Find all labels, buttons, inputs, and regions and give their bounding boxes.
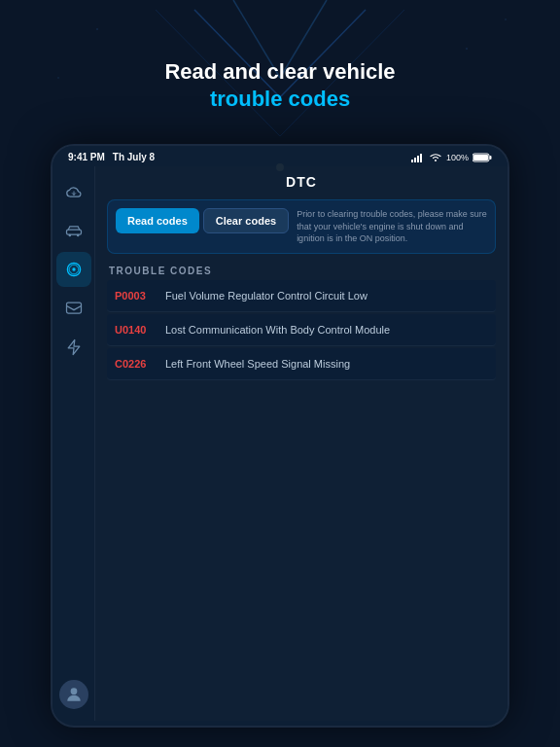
- header-title: Read and clear vehicle: [164, 58, 395, 87]
- svg-rect-17: [490, 156, 492, 160]
- svg-rect-11: [411, 160, 413, 162]
- code-desc-c0226: Left Front Wheel Speed Signal Missing: [165, 358, 350, 370]
- code-id-c0226: C0226: [115, 358, 156, 370]
- svg-point-20: [76, 234, 79, 237]
- button-group: Read codes Clear codes: [116, 208, 289, 233]
- sidebar: [52, 166, 95, 721]
- svg-rect-14: [420, 154, 422, 162]
- sidebar-item-cloud[interactable]: [56, 174, 91, 209]
- camera-notch: [276, 163, 284, 171]
- svg-rect-13: [417, 156, 419, 162]
- dtc-icon: [64, 260, 84, 279]
- page-title: DTC: [107, 174, 496, 190]
- sidebar-item-dtc[interactable]: [56, 252, 91, 287]
- table-row[interactable]: C0226 Left Front Wheel Speed Signal Miss…: [107, 348, 496, 380]
- svg-rect-12: [414, 158, 416, 162]
- sidebar-item-car[interactable]: [56, 213, 91, 248]
- status-time: 9:41 PM: [68, 152, 105, 162]
- svg-rect-16: [473, 155, 488, 160]
- section-header: TROUBLE CODES: [107, 266, 496, 276]
- code-desc-p0003: Fuel Volume Regulator Control Circuit Lo…: [165, 290, 368, 302]
- main-content: DTC Read codes Clear codes Prior to clea…: [95, 166, 508, 721]
- wifi-icon: [429, 153, 442, 162]
- tablet-frame: 9:41 PM Th July 8 100%: [51, 144, 509, 728]
- header-section: Read and clear vehicle trouble codes: [0, 0, 560, 151]
- status-icons: 100%: [411, 153, 492, 162]
- table-row[interactable]: P0003 Fuel Volume Regulator Control Circ…: [107, 280, 496, 312]
- signal-icon: [411, 153, 425, 162]
- svg-point-19: [68, 234, 71, 237]
- read-codes-button[interactable]: Read codes: [116, 208, 199, 233]
- warning-text: Prior to clearing trouble codes, please …: [297, 208, 487, 245]
- header-subtitle: trouble codes: [210, 87, 350, 112]
- status-date: Th July 8: [113, 152, 155, 162]
- sidebar-item-messages[interactable]: [56, 291, 91, 326]
- svg-point-24: [70, 688, 77, 694]
- cloud-icon: [64, 182, 84, 201]
- table-row[interactable]: U0140 Lost Communication With Body Contr…: [107, 314, 496, 346]
- message-icon: [64, 299, 84, 318]
- code-desc-u0140: Lost Communication With Body Control Mod…: [165, 324, 390, 336]
- code-id-p0003: P0003: [115, 290, 156, 302]
- clear-codes-button[interactable]: Clear codes: [203, 208, 289, 233]
- user-icon: [64, 685, 84, 704]
- code-id-u0140: U0140: [115, 324, 156, 336]
- car-icon: [64, 221, 84, 240]
- battery-text: 100%: [446, 153, 469, 162]
- avatar[interactable]: [59, 680, 88, 709]
- sidebar-item-power[interactable]: [56, 330, 91, 365]
- battery-icon: [472, 153, 492, 162]
- lightning-icon: [64, 338, 84, 357]
- action-row: Read codes Clear codes Prior to clearing…: [107, 199, 496, 254]
- svg-rect-18: [66, 230, 81, 234]
- svg-rect-23: [66, 302, 81, 313]
- tablet-content: DTC Read codes Clear codes Prior to clea…: [52, 166, 508, 721]
- sidebar-bottom: [59, 680, 88, 709]
- svg-point-22: [72, 267, 75, 270]
- trouble-codes-list: P0003 Fuel Volume Regulator Control Circ…: [107, 280, 496, 380]
